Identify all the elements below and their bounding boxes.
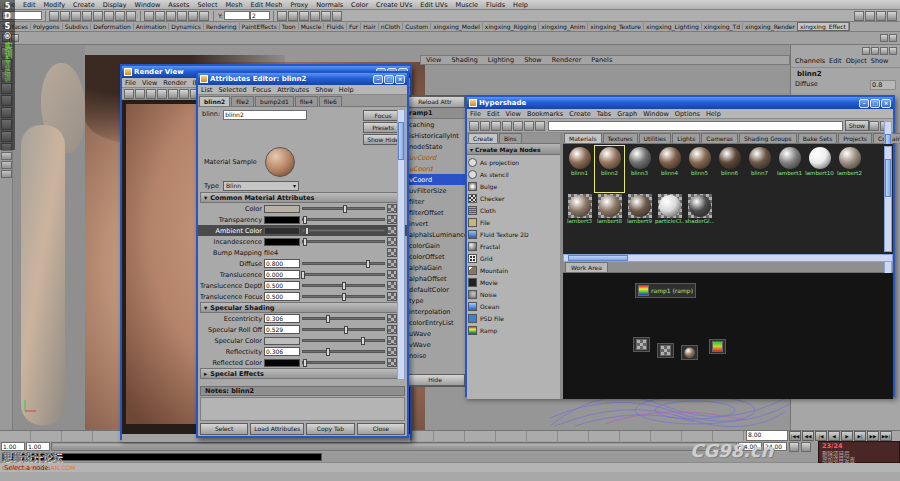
attribute-slider[interactable] <box>302 317 385 320</box>
attribute-list-item[interactable]: noise <box>405 350 465 361</box>
slider-handle[interactable] <box>303 359 307 367</box>
scrollbar-thumb[interactable] <box>885 159 891 197</box>
viewport-menu-item[interactable]: Lighting <box>483 56 519 64</box>
history-icon[interactable] <box>277 11 287 21</box>
layout-preset-button[interactable] <box>1 152 12 160</box>
create-node-item[interactable]: As stencil <box>468 168 551 180</box>
shelf-tab[interactable]: Polygons <box>31 23 63 30</box>
footer-button[interactable]: Close <box>357 423 405 435</box>
category-tab[interactable]: Cameras <box>701 133 738 143</box>
menu-item[interactable]: Normals <box>312 1 347 9</box>
status-icon[interactable] <box>82 11 92 21</box>
material-swatch[interactable]: particleCl... <box>655 194 684 240</box>
slider-handle[interactable] <box>326 315 330 323</box>
status-icon[interactable] <box>104 11 114 21</box>
create-node-item[interactable]: File <box>468 216 551 228</box>
material-swatch[interactable]: blinn1 <box>565 146 594 192</box>
create-node-item[interactable]: Bulge <box>468 180 551 192</box>
menu-item[interactable]: Focus <box>250 86 275 94</box>
slider-handle[interactable] <box>303 238 307 246</box>
attribute-list-item[interactable]: alphaOffset <box>405 273 465 284</box>
map-texture-button[interactable] <box>387 259 397 268</box>
ramp-node[interactable]: ramp1 (ramp) <box>635 283 696 298</box>
sidebar-toggle-icon[interactable] <box>887 11 897 21</box>
channelbox-menu-item[interactable]: Object <box>844 57 869 65</box>
shelf-tab[interactable]: Fur <box>347 23 361 30</box>
forward-icon[interactable] <box>480 121 490 131</box>
scrollbar-thumb[interactable] <box>398 122 404 160</box>
channelbox-menu-item[interactable]: Show <box>869 57 891 65</box>
menu-item[interactable]: Modify <box>39 1 69 9</box>
channel-value[interactable]: 0.8 <box>870 80 896 90</box>
category-tab[interactable]: Materials <box>564 133 602 143</box>
keep-image-icon[interactable] <box>157 89 167 99</box>
menu-item[interactable]: File <box>467 110 484 118</box>
material-swatch[interactable]: blinn3 <box>625 146 654 192</box>
attribute-slider[interactable] <box>302 284 385 287</box>
material-sample-swatch[interactable] <box>265 147 295 177</box>
create-node-item[interactable]: Fractal <box>468 240 551 252</box>
create-node-item[interactable]: Movie <box>468 276 551 288</box>
slider-handle[interactable] <box>305 227 309 235</box>
slider-handle[interactable] <box>361 337 365 345</box>
transport-button[interactable]: |◀ <box>815 431 827 441</box>
snapshot-icon[interactable] <box>146 89 156 99</box>
slider-handle[interactable] <box>342 282 346 290</box>
viewport-menu-item[interactable]: View <box>421 56 446 64</box>
material-swatch[interactable]: blinn4 <box>655 146 684 192</box>
create-node-item[interactable]: Ramp <box>468 324 551 336</box>
shelf-tab[interactable]: Subdivs <box>63 23 92 30</box>
menu-item[interactable]: Attributes <box>274 86 312 94</box>
attribute-list-item[interactable]: vCoord <box>405 174 465 185</box>
create-nodes-dropdown[interactable]: ▾ Create Maya Nodes <box>467 144 560 155</box>
shader-graph-area[interactable]: ramp1 (ramp) <box>563 273 893 399</box>
layout-icon[interactable] <box>880 47 888 55</box>
attribute-editor-titlebar[interactable]: Attributes Editor: blinn2 –□× <box>198 73 407 85</box>
window-control-button[interactable]: □ <box>384 75 394 84</box>
attribute-list-item[interactable]: defaultColor <box>405 284 465 295</box>
shelf-tab[interactable]: Animation <box>134 23 170 30</box>
transport-button[interactable]: ▶▶| <box>880 431 892 441</box>
menu-item[interactable]: Muscle <box>452 1 483 9</box>
material-swatch[interactable]: shaderGl... <box>685 194 714 240</box>
attribute-slider[interactable] <box>302 240 385 243</box>
history-icon[interactable] <box>288 11 298 21</box>
shelf-tab[interactable]: xingxing_Texture <box>588 23 644 30</box>
snap-icon[interactable] <box>188 11 198 21</box>
attribute-list-item[interactable]: uvFilterSize <box>405 185 465 196</box>
value-field[interactable]: 0.500 <box>264 281 300 290</box>
material-swatch[interactable]: lambert2 <box>835 146 864 192</box>
shelf-tab[interactable]: xingxing_Render <box>743 23 798 30</box>
material-swatch[interactable]: blinn5 <box>685 146 714 192</box>
attribute-list-item[interactable]: invert <box>405 218 465 229</box>
node-name-input[interactable]: blinn2 <box>223 110 307 120</box>
window-control-button[interactable]: □ <box>870 99 880 108</box>
viewport-menu-item[interactable]: Shading <box>446 56 482 64</box>
node-tab[interactable]: blinn2 <box>199 96 230 106</box>
attribute-list-item[interactable]: uCoord <box>405 163 465 174</box>
attribute-list-item[interactable]: caching <box>405 119 465 130</box>
attribute-list-item[interactable]: isHistoricallyInt <box>405 130 465 141</box>
history-icon[interactable] <box>332 11 342 21</box>
layout-preset-button[interactable] <box>1 170 12 178</box>
attribute-slider[interactable] <box>302 339 385 342</box>
vertical-scrollbar[interactable] <box>884 146 892 252</box>
map-texture-button[interactable] <box>387 358 397 367</box>
menu-item[interactable]: Mesh <box>221 1 246 9</box>
history-icon[interactable] <box>299 11 309 21</box>
menu-item[interactable]: Help <box>336 86 357 94</box>
create-node-item[interactable]: Grid <box>468 252 551 264</box>
status-icon[interactable] <box>115 11 125 21</box>
snap-icon[interactable] <box>166 11 176 21</box>
menu-item[interactable]: Edit UVs <box>416 1 451 9</box>
category-tab[interactable]: Projects <box>838 133 872 143</box>
shelf-tab[interactable]: xingxing_Lighting <box>644 23 702 30</box>
menu-item[interactable]: Render <box>160 79 189 87</box>
map-texture-button[interactable] <box>387 292 397 301</box>
value-field[interactable]: 0.306 <box>264 314 300 323</box>
node-tab[interactable]: file2 <box>231 96 254 106</box>
menu-item[interactable]: Proxy <box>286 1 312 9</box>
panel-tab[interactable]: Bins <box>499 133 522 143</box>
menu-item[interactable]: Color <box>347 1 372 9</box>
shelf-tab[interactable]: xingxing_Rigging <box>483 23 539 30</box>
